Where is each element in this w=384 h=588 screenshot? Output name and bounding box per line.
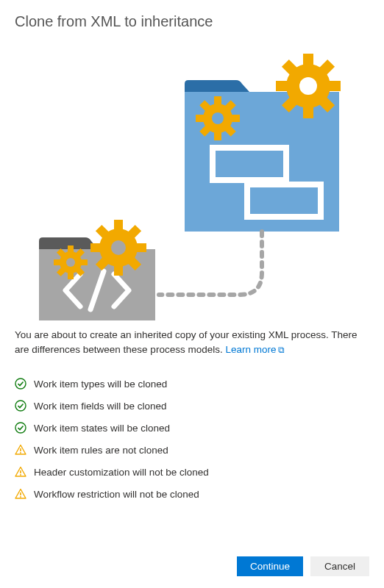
- list-item-label: Work item rules are not cloned: [34, 445, 168, 456]
- svg-point-50: [20, 452, 21, 453]
- list-item-label: Work item types will be cloned: [34, 379, 167, 390]
- svg-rect-27: [114, 265, 123, 276]
- svg-point-53: [20, 474, 21, 476]
- svg-rect-16: [196, 115, 205, 122]
- clone-illustration: [15, 37, 369, 320]
- svg-rect-26: [114, 220, 123, 231]
- svg-rect-7: [327, 81, 341, 91]
- svg-rect-36: [68, 245, 74, 253]
- svg-rect-28: [90, 243, 102, 252]
- warning-icon: [15, 488, 26, 500]
- svg-rect-17: [231, 115, 240, 122]
- svg-point-12: [299, 77, 317, 95]
- svg-rect-4: [303, 54, 313, 67]
- svg-rect-5: [303, 105, 313, 118]
- list-item: Work item rules are not cloned: [15, 439, 369, 461]
- svg-rect-38: [54, 259, 61, 265]
- svg-point-45: [15, 379, 26, 389]
- svg-point-56: [20, 496, 21, 498]
- dialog-description: You are about to create an inherited cop…: [15, 328, 369, 356]
- success-icon: [15, 422, 26, 434]
- svg-rect-37: [68, 272, 74, 279]
- dialog-footer: Continue Cancel: [237, 556, 369, 576]
- list-item-label: Work item states will be cloned: [34, 423, 170, 434]
- svg-point-22: [212, 112, 224, 124]
- description-text: You are about to create an inherited cop…: [15, 329, 358, 355]
- list-item-label: Workflow restriction will not be cloned: [34, 489, 199, 500]
- list-item: Workflow restriction will not be cloned: [15, 483, 369, 505]
- svg-rect-29: [135, 243, 146, 252]
- list-item-label: Header customization will not be cloned: [34, 467, 209, 478]
- svg-rect-39: [80, 259, 88, 265]
- external-link-icon: ⧉: [278, 345, 285, 355]
- list-item: Work item fields will be cloned: [15, 395, 369, 417]
- svg-rect-6: [276, 81, 289, 91]
- list-item: Work item types will be cloned: [15, 373, 369, 395]
- list-item-label: Work item fields will be cloned: [34, 401, 167, 412]
- dialog-title: Clone from XML to inheritance: [15, 13, 369, 30]
- svg-rect-15: [214, 132, 221, 140]
- warning-icon: [15, 444, 26, 456]
- svg-point-34: [111, 240, 126, 255]
- svg-rect-14: [214, 96, 221, 105]
- svg-point-47: [15, 423, 26, 433]
- success-icon: [15, 378, 26, 390]
- svg-point-46: [15, 401, 26, 411]
- warning-icon: [15, 466, 26, 478]
- cancel-button[interactable]: Cancel: [310, 556, 369, 576]
- success-icon: [15, 400, 26, 412]
- clone-items-list: Work item types will be cloned Work item…: [15, 373, 369, 505]
- learn-more-label: Learn more: [225, 344, 276, 355]
- list-item: Work item states will be cloned: [15, 417, 369, 439]
- learn-more-link[interactable]: Learn more⧉: [225, 344, 285, 355]
- svg-point-44: [66, 258, 75, 267]
- continue-button[interactable]: Continue: [237, 556, 303, 576]
- list-item: Header customization will not be cloned: [15, 461, 369, 483]
